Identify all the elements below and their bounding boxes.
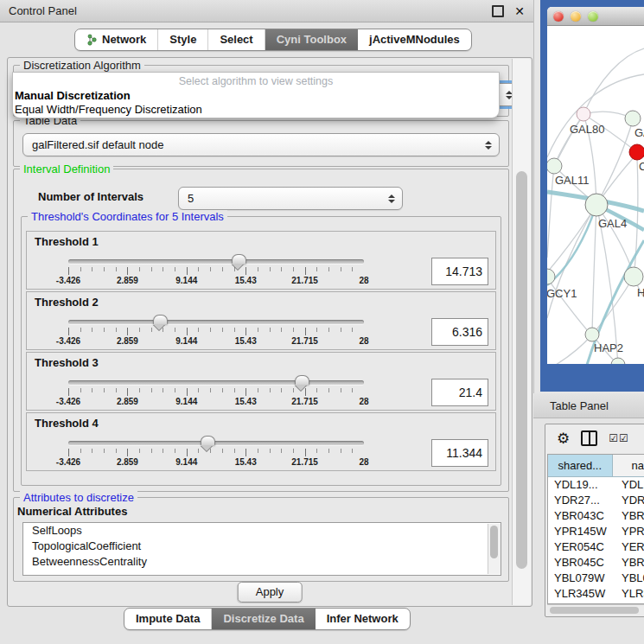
slider-track[interactable]: [68, 441, 364, 445]
apply-button[interactable]: Apply: [238, 582, 303, 603]
attributes-group: Attributes to discretize Numerical Attri…: [13, 497, 509, 582]
network-canvas[interactable]: GAL80 GAL11 GAL4 GCY1 HAP2 GA C H: [547, 26, 644, 364]
threshold-1-value-field[interactable]: 14.713: [431, 258, 488, 285]
table-row[interactable]: YLR345WYLR3: [548, 586, 644, 602]
node-label-hap2: HAP2: [594, 341, 623, 354]
table-header-row: shared... na: [548, 455, 644, 477]
threshold-1-slider[interactable]: -3.426 2.859 9.144 15.43 21.715 28: [68, 256, 364, 287]
threshold-3-label: Threshold 3: [35, 356, 99, 369]
column-header-shared-name[interactable]: shared...: [548, 455, 613, 476]
tab-network[interactable]: Network: [75, 29, 158, 50]
split-pane-icon[interactable]: [581, 430, 597, 446]
list-scrollbar[interactable]: [488, 524, 501, 574]
threshold-3-value-field[interactable]: 21.4: [431, 379, 488, 406]
list-item-betweennesscentrality[interactable]: BetweennessCentrality: [23, 554, 501, 570]
column-header-name[interactable]: na: [613, 455, 644, 476]
table-panel-header: Table Panel: [533, 393, 644, 418]
discretization-algorithm-group-title: Discretization Algorithm: [20, 59, 144, 72]
network-node-right[interactable]: [624, 267, 643, 286]
table-data-combobox[interactable]: galFiltered.sif default node: [22, 133, 500, 156]
network-node-bottom[interactable]: [611, 358, 625, 364]
list-item-topologicalcoefficient[interactable]: TopologicalCoefficient: [23, 539, 501, 554]
slider-thumb[interactable]: [201, 436, 215, 445]
algorithm-placeholder: Select algorithm to view settings: [13, 73, 499, 89]
control-panel: Control Panel ✕ Network Style Select Cyn…: [0, 0, 534, 644]
node-label-partial-mid: C: [639, 160, 644, 173]
tab-impute-data[interactable]: Impute Data: [124, 609, 212, 629]
network-node-hap2[interactable]: [585, 328, 599, 341]
node-table: shared... na YDL19...YDL1 YDR27...YDR2 Y…: [547, 454, 644, 604]
tab-network-label: Network: [102, 29, 146, 50]
network-window: GAL80 GAL11 GAL4 GCY1 HAP2 GA C H: [540, 0, 644, 392]
slider-track[interactable]: [68, 320, 364, 324]
tab-jactivemnodules[interactable]: jActiveMNodules: [358, 29, 471, 50]
node-label-gcy1: GCY1: [547, 287, 577, 300]
scrollbar-thumb[interactable]: [550, 607, 639, 614]
tab-infer-network[interactable]: Infer Network: [316, 609, 410, 629]
stepper-icon: [485, 141, 492, 150]
threshold-4-value-field[interactable]: 11.344: [431, 439, 488, 467]
slider-track[interactable]: [68, 380, 364, 385]
thresholds-group-title: Threshold's Coordinates for 5 Intervals: [28, 210, 227, 223]
slider-ticks: [68, 328, 364, 335]
threshold-4-slider[interactable]: -3.426 2.859 9.144 15.43 21.715 28: [68, 437, 364, 469]
network-node-gcy1[interactable]: [547, 269, 555, 284]
close-icon[interactable]: ✕: [514, 4, 525, 18]
slider-thumb[interactable]: [232, 254, 246, 264]
table-row[interactable]: YDR27...YDR2: [548, 493, 644, 508]
interval-definition-group-title: Interval Definition: [20, 163, 113, 175]
panel-scrollbar[interactable]: [512, 59, 531, 605]
node-label-gal11: GAL11: [555, 174, 590, 187]
number-of-intervals-combobox[interactable]: 5: [178, 187, 403, 210]
network-node-gal4[interactable]: [585, 194, 608, 216]
node-label-gal4: GAL4: [598, 217, 627, 230]
slider-thumb[interactable]: [295, 375, 309, 385]
panel-title: Control Panel: [9, 4, 492, 17]
control-panel-titlebar: Control Panel ✕: [0, 0, 533, 22]
node-label-partial-right: H: [637, 286, 644, 299]
threshold-3-slider[interactable]: -3.426 2.859 9.144 15.43 21.715 28: [68, 377, 364, 408]
tab-cyni-toolbox[interactable]: Cyni Toolbox: [265, 29, 358, 50]
number-of-intervals-label: Number of Intervals: [38, 190, 143, 203]
slider-thumb[interactable]: [153, 315, 168, 324]
threshold-1-panel: Threshold 1 -3.426 2.859 9.144 15.43 21.…: [26, 231, 496, 290]
minimize-traffic-light[interactable]: [571, 11, 581, 22]
table-row[interactable]: YPR145WYPR1: [548, 524, 644, 539]
numerical-attributes-list: SelfLoops TopologicalCoefficient Between…: [22, 522, 501, 576]
gear-icon[interactable]: ⚙: [557, 431, 570, 446]
threshold-4-panel: Threshold 4 -3.426 2.859 9.144 15.43 21.…: [26, 412, 496, 471]
select-columns-icon[interactable]: ☑☑: [609, 432, 629, 444]
popup-option-equal-width[interactable]: Equal Width/Frequency Discretization: [13, 103, 499, 117]
table-row[interactable]: YDL19...YDL1: [548, 477, 644, 493]
threshold-2-slider[interactable]: -3.426 2.859 9.144 15.43 21.715 28: [68, 316, 364, 348]
table-horizontal-scrollbar[interactable]: [547, 604, 644, 615]
table-row[interactable]: YBR043CYBR0: [548, 508, 644, 524]
slider-ticks: [68, 388, 364, 396]
tab-select[interactable]: Select: [208, 29, 265, 50]
bottom-tab-bar: Impute Data Discretize Data Infer Networ…: [124, 608, 411, 630]
close-traffic-light[interactable]: [553, 11, 564, 22]
popup-option-manual-discretization[interactable]: Manual Discretization: [13, 89, 499, 103]
algorithm-dropdown-popup: Select algorithm to view settings Manual…: [12, 72, 500, 118]
network-node-highlighted[interactable]: [629, 144, 644, 160]
slider-ticks: [68, 449, 364, 456]
table-row[interactable]: YBR045CYBR0: [548, 555, 644, 571]
list-item-selfloops[interactable]: SelfLoops: [23, 523, 501, 539]
threshold-4-label: Threshold 4: [35, 417, 99, 430]
scrollbar-thumb[interactable]: [516, 171, 527, 569]
interval-definition-group: Interval Definition Number of Intervals …: [13, 169, 509, 492]
tab-discretize-data[interactable]: Discretize Data: [212, 609, 315, 629]
network-icon: [86, 34, 98, 46]
table-row[interactable]: YBL079WYBL0: [548, 571, 644, 586]
network-node-top-right[interactable]: [625, 111, 641, 126]
tab-style[interactable]: Style: [158, 29, 208, 50]
slider-track[interactable]: [68, 259, 364, 264]
network-node-gal80[interactable]: [577, 107, 590, 121]
network-node-gal11[interactable]: [547, 158, 562, 174]
table-panel: ⚙ ☑☑ shared... na YDL19...YDL1 YDR27...Y…: [533, 418, 644, 644]
float-window-icon[interactable]: [492, 5, 504, 17]
threshold-2-value-field[interactable]: 6.316: [431, 318, 488, 346]
table-row[interactable]: YER054CYER0: [548, 539, 644, 555]
top-tab-bar: Network Style Select Cyni Toolbox jActiv…: [74, 29, 472, 51]
zoom-traffic-light[interactable]: [588, 11, 598, 22]
